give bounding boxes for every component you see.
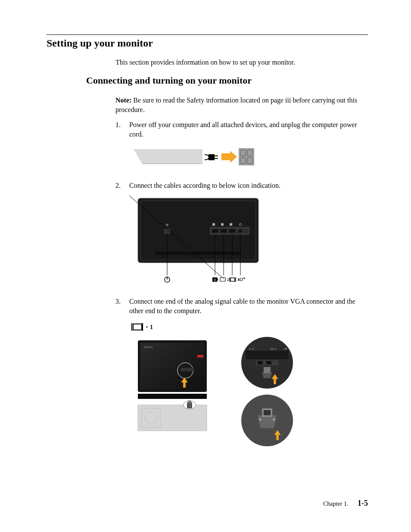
svg-point-75 (259, 418, 262, 421)
audio-out-icon (239, 277, 246, 281)
svg-rect-51 (197, 355, 203, 358)
svg-rect-74 (264, 410, 271, 415)
hdmi-label: 2 (227, 277, 229, 282)
svg-point-45 (146, 327, 147, 328)
power-icon (165, 277, 170, 282)
svg-rect-16 (165, 229, 170, 233)
svg-rect-20 (229, 229, 235, 233)
footer-chapter: Chapter 1. (323, 501, 348, 507)
page-footer: Chapter 1. 1-5 (323, 499, 368, 508)
svg-rect-58 (187, 402, 192, 408)
svg-point-40 (240, 278, 243, 281)
svg-rect-22 (212, 223, 215, 226)
svg-rect-18 (212, 229, 218, 233)
figure-ports-diagram: D 2 1 (129, 196, 368, 289)
svg-text:D: D (214, 278, 216, 281)
svg-rect-2 (209, 154, 215, 160)
svg-marker-68 (262, 372, 272, 378)
step-1: Power off your computer and all attached… (115, 120, 368, 172)
svg-marker-0 (134, 149, 202, 164)
svg-rect-53 (138, 394, 207, 399)
page-title: Setting up your monitor (47, 37, 368, 49)
vga-port-icon (132, 323, 143, 331)
note-text: Be sure to read the Safety information l… (115, 96, 357, 113)
step-3-text: Connect one end of the analog signal cab… (129, 298, 355, 314)
svg-text:⎋ ·2: ⎋ ·2 (249, 348, 254, 350)
svg-point-21 (239, 229, 242, 233)
vga-step-label: 1 (150, 324, 153, 330)
svg-rect-54 (138, 405, 207, 431)
svg-rect-67 (266, 361, 271, 364)
intro-text: This section provides information on how… (115, 59, 368, 66)
note-label: Note: (115, 96, 131, 104)
svg-rect-23 (221, 223, 224, 226)
step-3: Connect one end of the analog signal cab… (115, 297, 368, 448)
svg-rect-59 (188, 401, 191, 403)
svg-rect-47 (140, 343, 204, 389)
svg-rect-19 (221, 229, 227, 233)
svg-text:lenovo: lenovo (144, 345, 153, 348)
svg-rect-6 (239, 148, 254, 165)
svg-point-15 (166, 224, 168, 226)
svg-point-76 (273, 418, 275, 421)
svg-text:|□| ·1: |□| ·1 (271, 348, 277, 350)
svg-marker-72 (258, 415, 277, 428)
section-title: Connecting and turning on your monitor (86, 75, 368, 86)
step-2-text: Connect the cables according to below ic… (129, 182, 280, 189)
svg-rect-38 (230, 278, 235, 281)
svg-rect-43 (133, 324, 142, 330)
footer-page-number: 1-5 (358, 499, 368, 507)
note: Note: Be sure to read the Safety informa… (115, 96, 368, 114)
svg-rect-61 (246, 351, 289, 359)
svg-marker-5 (221, 151, 237, 163)
figure-vga-connect: 1 (129, 320, 368, 448)
vga-label: 1 (237, 277, 240, 282)
svg-rect-69 (264, 367, 271, 373)
step-1-text: Power off your computer and all attached… (129, 121, 357, 138)
displayport-icon: D (212, 277, 218, 282)
svg-rect-14 (155, 252, 241, 255)
vga-icon (230, 277, 236, 282)
step-2: Connect the cables according to below ic… (115, 181, 368, 288)
figure-unplug (129, 144, 368, 172)
svg-text:♪⮕: ♪⮕ (283, 348, 287, 350)
svg-rect-24 (230, 223, 232, 226)
svg-rect-50 (181, 368, 194, 371)
svg-rect-66 (258, 361, 263, 364)
